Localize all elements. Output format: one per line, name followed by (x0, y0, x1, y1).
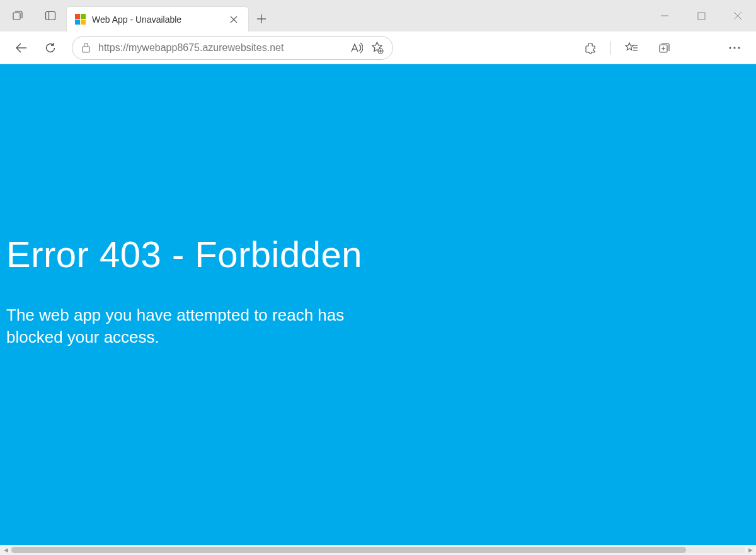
more-icon (728, 46, 741, 50)
tab-close-button[interactable] (227, 13, 241, 26)
puzzle-icon (584, 42, 597, 54)
svg-rect-12 (83, 47, 89, 52)
refresh-icon (44, 42, 57, 54)
svg-rect-1 (46, 12, 55, 20)
new-tab-button[interactable] (249, 6, 274, 31)
error-title: Error 403 - Forbidden (6, 64, 750, 275)
panel-icon (44, 9, 57, 22)
svg-rect-8 (698, 13, 705, 20)
favorite-button[interactable] (370, 41, 384, 54)
minimize-icon (660, 11, 669, 20)
vertical-tabs-button[interactable] (35, 0, 66, 31)
horizontal-scrollbar[interactable]: ◀ ▶ (0, 545, 756, 555)
arrow-left-icon (14, 41, 28, 55)
error-message: The web app you have attempted to reach … (6, 304, 397, 348)
minimize-button[interactable] (646, 0, 683, 31)
svg-point-24 (733, 47, 735, 49)
collections-icon (658, 42, 670, 54)
tab-actions-button[interactable] (0, 0, 35, 31)
settings-menu-button[interactable] (722, 35, 747, 60)
scroll-left-button[interactable]: ◀ (0, 545, 11, 555)
address-bar[interactable] (72, 36, 393, 60)
back-button[interactable] (9, 35, 34, 60)
plus-icon (256, 14, 266, 24)
star-lines-icon (624, 42, 638, 54)
window-controls (646, 0, 756, 31)
close-icon (230, 16, 238, 23)
lock-icon (81, 42, 91, 53)
scroll-track[interactable] (11, 547, 745, 553)
browser-tab[interactable]: Web App - Unavailable (66, 6, 249, 31)
tab-title: Web App - Unavailable (92, 14, 220, 25)
favicon-microsoft-icon (74, 14, 86, 25)
favorites-button[interactable] (619, 35, 644, 60)
url-input[interactable] (98, 42, 343, 54)
titlebar-left: Web App - Unavailable (0, 0, 274, 31)
scroll-right-button[interactable]: ▶ (745, 545, 756, 555)
svg-point-23 (729, 47, 731, 49)
close-icon (733, 11, 742, 20)
svg-rect-0 (13, 13, 20, 20)
window-close-button[interactable] (719, 0, 756, 31)
maximize-button[interactable] (683, 0, 719, 31)
star-add-icon (370, 41, 384, 54)
toolbar (0, 31, 756, 64)
page-content: Error 403 - Forbidden The web app you ha… (0, 64, 756, 545)
titlebar: Web App - Unavailable (0, 0, 756, 31)
extensions-button[interactable] (578, 35, 603, 60)
maximize-icon (697, 12, 706, 20)
read-aloud-button[interactable] (350, 42, 363, 54)
collections-button[interactable] (651, 35, 677, 60)
refresh-button[interactable] (38, 35, 63, 60)
tab-actions-icon (11, 9, 24, 22)
toolbar-right (578, 35, 747, 60)
svg-point-25 (738, 47, 740, 49)
read-aloud-icon (350, 42, 363, 54)
divider (610, 41, 611, 55)
scroll-thumb[interactable] (11, 547, 686, 553)
